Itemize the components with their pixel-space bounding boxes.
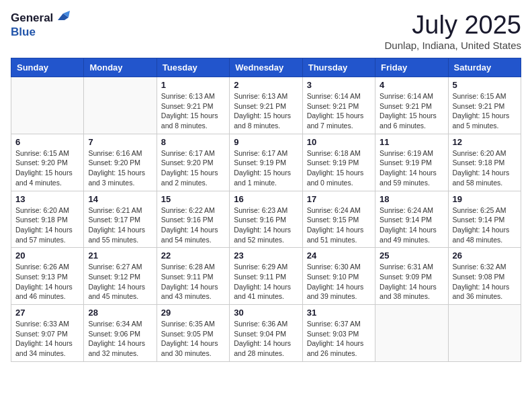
day-number: 19: [453, 194, 517, 204]
weekday-header-thursday: Thursday: [302, 58, 375, 77]
day-number: 20: [15, 250, 79, 261]
calendar-cell: 14Sunrise: 6:21 AM Sunset: 9:17 PM Dayli…: [84, 191, 157, 248]
calendar-cell: 31Sunrise: 6:37 AM Sunset: 9:03 PM Dayli…: [302, 305, 375, 362]
day-info: Sunrise: 6:20 AM Sunset: 9:18 PM Dayligh…: [453, 148, 517, 188]
logo-general: General: [11, 11, 53, 25]
location: Dunlap, Indiana, United States: [385, 40, 521, 51]
day-number: 5: [453, 80, 517, 90]
calendar-cell: [375, 305, 448, 362]
day-info: Sunrise: 6:15 AM Sunset: 9:21 PM Dayligh…: [453, 91, 517, 131]
month-year: July 2025: [385, 11, 521, 40]
calendar-cell: 15Sunrise: 6:22 AM Sunset: 9:16 PM Dayli…: [157, 191, 229, 248]
weekday-header-monday: Monday: [84, 58, 157, 77]
calendar-cell: 2Sunrise: 6:13 AM Sunset: 9:21 PM Daylig…: [230, 77, 302, 134]
day-info: Sunrise: 6:15 AM Sunset: 9:20 PM Dayligh…: [15, 148, 79, 188]
day-info: Sunrise: 6:18 AM Sunset: 9:19 PM Dayligh…: [307, 148, 371, 188]
calendar-cell: 1Sunrise: 6:13 AM Sunset: 9:21 PM Daylig…: [157, 77, 229, 134]
day-info: Sunrise: 6:16 AM Sunset: 9:20 PM Dayligh…: [88, 148, 152, 188]
day-number: 10: [307, 137, 371, 147]
day-number: 15: [161, 194, 225, 204]
week-row-2: 6Sunrise: 6:15 AM Sunset: 9:20 PM Daylig…: [11, 134, 521, 191]
calendar-cell: 18Sunrise: 6:24 AM Sunset: 9:14 PM Dayli…: [375, 191, 448, 248]
day-info: Sunrise: 6:29 AM Sunset: 9:11 PM Dayligh…: [234, 262, 298, 302]
weekday-header-sunday: Sunday: [11, 58, 84, 77]
calendar-cell: 24Sunrise: 6:30 AM Sunset: 9:10 PM Dayli…: [302, 248, 375, 305]
day-number: 27: [15, 308, 79, 318]
calendar-cell: 30Sunrise: 6:36 AM Sunset: 9:04 PM Dayli…: [230, 305, 302, 362]
title-area: July 2025 Dunlap, Indiana, United States: [385, 11, 521, 51]
day-number: 29: [161, 308, 225, 318]
day-number: 6: [15, 137, 79, 147]
day-number: 23: [234, 250, 298, 261]
day-number: 9: [234, 137, 298, 147]
day-info: Sunrise: 6:30 AM Sunset: 9:10 PM Dayligh…: [307, 262, 371, 302]
calendar-cell: 3Sunrise: 6:14 AM Sunset: 9:21 PM Daylig…: [302, 77, 375, 134]
day-number: 7: [88, 137, 152, 147]
calendar-cell: [11, 77, 84, 134]
day-number: 8: [161, 137, 225, 147]
day-info: Sunrise: 6:14 AM Sunset: 9:21 PM Dayligh…: [380, 91, 443, 131]
weekday-header-row: SundayMondayTuesdayWednesdayThursdayFrid…: [11, 58, 521, 77]
day-info: Sunrise: 6:21 AM Sunset: 9:17 PM Dayligh…: [88, 205, 152, 245]
calendar-cell: 17Sunrise: 6:24 AM Sunset: 9:15 PM Dayli…: [302, 191, 375, 248]
calendar-cell: 29Sunrise: 6:35 AM Sunset: 9:05 PM Dayli…: [157, 305, 229, 362]
calendar-cell: 13Sunrise: 6:20 AM Sunset: 9:18 PM Dayli…: [11, 191, 84, 248]
day-number: 12: [453, 137, 517, 147]
header: General Blue July 2025 Dunlap, Indiana, …: [11, 11, 521, 51]
calendar-cell: 26Sunrise: 6:32 AM Sunset: 9:08 PM Dayli…: [448, 248, 521, 305]
calendar-cell: 20Sunrise: 6:26 AM Sunset: 9:13 PM Dayli…: [11, 248, 84, 305]
weekday-header-saturday: Saturday: [448, 58, 521, 77]
calendar-cell: 16Sunrise: 6:23 AM Sunset: 9:16 PM Dayli…: [230, 191, 302, 248]
week-row-1: 1Sunrise: 6:13 AM Sunset: 9:21 PM Daylig…: [11, 77, 521, 134]
day-number: 24: [307, 250, 371, 261]
calendar-cell: 27Sunrise: 6:33 AM Sunset: 9:07 PM Dayli…: [11, 305, 84, 362]
calendar-cell: 12Sunrise: 6:20 AM Sunset: 9:18 PM Dayli…: [448, 134, 521, 191]
day-number: 11: [380, 137, 443, 147]
day-info: Sunrise: 6:17 AM Sunset: 9:19 PM Dayligh…: [234, 148, 298, 188]
calendar-cell: 23Sunrise: 6:29 AM Sunset: 9:11 PM Dayli…: [230, 248, 302, 305]
day-number: 13: [15, 194, 79, 204]
day-info: Sunrise: 6:34 AM Sunset: 9:06 PM Dayligh…: [88, 319, 152, 359]
weekday-header-wednesday: Wednesday: [230, 58, 302, 77]
logo-bird-icon: [55, 11, 70, 26]
day-info: Sunrise: 6:35 AM Sunset: 9:05 PM Dayligh…: [161, 319, 225, 359]
calendar-cell: 7Sunrise: 6:16 AM Sunset: 9:20 PM Daylig…: [84, 134, 157, 191]
day-info: Sunrise: 6:28 AM Sunset: 9:11 PM Dayligh…: [161, 262, 225, 302]
day-info: Sunrise: 6:14 AM Sunset: 9:21 PM Dayligh…: [307, 91, 371, 131]
weekday-header-tuesday: Tuesday: [157, 58, 229, 77]
week-row-4: 20Sunrise: 6:26 AM Sunset: 9:13 PM Dayli…: [11, 248, 521, 305]
day-info: Sunrise: 6:27 AM Sunset: 9:12 PM Dayligh…: [88, 262, 152, 302]
day-info: Sunrise: 6:36 AM Sunset: 9:04 PM Dayligh…: [234, 319, 298, 359]
day-number: 14: [88, 194, 152, 204]
calendar-cell: 11Sunrise: 6:19 AM Sunset: 9:19 PM Dayli…: [375, 134, 448, 191]
calendar-cell: 8Sunrise: 6:17 AM Sunset: 9:20 PM Daylig…: [157, 134, 229, 191]
calendar-cell: [448, 305, 521, 362]
calendar: SundayMondayTuesdayWednesdayThursdayFrid…: [11, 58, 521, 362]
day-info: Sunrise: 6:24 AM Sunset: 9:15 PM Dayligh…: [307, 205, 371, 245]
day-info: Sunrise: 6:24 AM Sunset: 9:14 PM Dayligh…: [380, 205, 443, 245]
day-info: Sunrise: 6:23 AM Sunset: 9:16 PM Dayligh…: [234, 205, 298, 245]
day-number: 1: [161, 80, 225, 90]
calendar-cell: 5Sunrise: 6:15 AM Sunset: 9:21 PM Daylig…: [448, 77, 521, 134]
day-number: 28: [88, 308, 152, 318]
weekday-header-friday: Friday: [375, 58, 448, 77]
day-info: Sunrise: 6:13 AM Sunset: 9:21 PM Dayligh…: [234, 91, 298, 131]
day-number: 16: [234, 194, 298, 204]
calendar-cell: 22Sunrise: 6:28 AM Sunset: 9:11 PM Dayli…: [157, 248, 229, 305]
calendar-cell: 25Sunrise: 6:31 AM Sunset: 9:09 PM Dayli…: [375, 248, 448, 305]
day-info: Sunrise: 6:37 AM Sunset: 9:03 PM Dayligh…: [307, 319, 371, 359]
calendar-cell: 19Sunrise: 6:25 AM Sunset: 9:14 PM Dayli…: [448, 191, 521, 248]
day-number: 17: [307, 194, 371, 204]
day-info: Sunrise: 6:19 AM Sunset: 9:19 PM Dayligh…: [380, 148, 443, 188]
calendar-cell: [84, 77, 157, 134]
week-row-5: 27Sunrise: 6:33 AM Sunset: 9:07 PM Dayli…: [11, 305, 521, 362]
logo-blue: Blue: [11, 26, 36, 38]
day-info: Sunrise: 6:31 AM Sunset: 9:09 PM Dayligh…: [380, 262, 443, 302]
day-number: 31: [307, 308, 371, 318]
day-info: Sunrise: 6:33 AM Sunset: 9:07 PM Dayligh…: [15, 319, 79, 359]
day-info: Sunrise: 6:20 AM Sunset: 9:18 PM Dayligh…: [15, 205, 79, 245]
logo: General Blue: [11, 11, 70, 39]
day-number: 2: [234, 80, 298, 90]
day-info: Sunrise: 6:22 AM Sunset: 9:16 PM Dayligh…: [161, 205, 225, 245]
day-number: 21: [88, 250, 152, 261]
